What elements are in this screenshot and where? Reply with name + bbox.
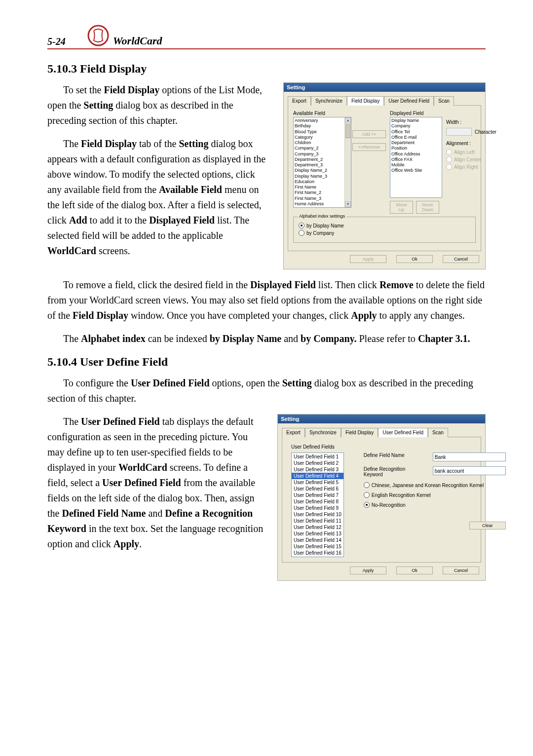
list-item[interactable]: Company_2 [295, 146, 350, 151]
list-item[interactable]: Company_3 [295, 151, 350, 157]
list-item[interactable]: Office FAX [391, 157, 441, 162]
ok-button[interactable]: Ok [396, 567, 433, 574]
list-item[interactable]: User Defined Field 10 [292, 511, 343, 518]
align-center-radio[interactable]: Align Center [446, 156, 496, 162]
tab-export[interactable]: Export [288, 96, 311, 106]
cancel-button[interactable]: Cancel [443, 567, 479, 574]
section-heading-user-define-field: 5.10.4 User Define Field [47, 355, 486, 369]
width-input[interactable] [446, 128, 472, 136]
body-para: To set the Field Display options of the … [47, 82, 270, 128]
scrollbar[interactable]: ▴ ▾ [344, 117, 351, 207]
align-left-radio[interactable]: Align Left [446, 149, 496, 155]
apply-button[interactable]: Apply [350, 255, 386, 263]
alphabet-index-groupbox: Alphabet index settings by Display Name … [293, 217, 476, 243]
brand-name: WorldCard [113, 35, 162, 47]
move-down-button[interactable]: Move Down [416, 201, 439, 214]
body-para: To configure the User Defined Field opti… [47, 376, 486, 406]
dialog-titlebar[interactable]: Setting [278, 415, 485, 423]
list-item[interactable]: Office Address [391, 151, 441, 157]
list-item[interactable]: Home Address_2 [295, 207, 350, 208]
remove-button[interactable]: <<Remove [352, 143, 386, 151]
list-item[interactable]: User Defined Field 9 [292, 505, 343, 511]
list-item[interactable]: User Defined Field 3 [292, 466, 343, 473]
list-item[interactable]: Birthday [295, 123, 350, 129]
list-item[interactable]: User Defined Field 8 [292, 498, 343, 505]
list-item[interactable]: First Name_2 [295, 190, 350, 195]
scroll-up-icon[interactable]: ▴ [345, 117, 351, 123]
alphabet-index-legend: Alphabet index settings [298, 214, 346, 219]
tab-field-display[interactable]: Field Display [347, 96, 384, 106]
list-item[interactable]: User Defined Field 6 [292, 486, 343, 492]
list-item[interactable]: User Defined Field 7 [292, 492, 343, 498]
list-item[interactable]: User Defined Field 1 [292, 454, 343, 460]
english-kernel-radio[interactable]: English Recognition Kernel [364, 492, 506, 498]
list-item[interactable]: Display Name [391, 118, 441, 123]
list-item[interactable]: Office Tel [391, 129, 441, 135]
list-item[interactable]: First Name [295, 185, 350, 190]
tab-user-defined-field[interactable]: User Defined Field [384, 96, 434, 106]
tab-synchronize[interactable]: Synchronize [305, 428, 341, 437]
list-item[interactable]: Children [295, 140, 350, 146]
list-item[interactable]: Company [391, 123, 441, 129]
tab-export[interactable]: Export [282, 428, 305, 437]
define-keyword-input[interactable]: bank account [433, 466, 506, 475]
list-item[interactable]: Display Name_3 [295, 174, 350, 179]
user-defined-fields-label: User Defined Fields [291, 444, 474, 450]
align-right-radio[interactable]: Align Right [446, 164, 496, 170]
list-item[interactable]: User Defined Field 2 [292, 460, 343, 466]
list-item[interactable]: User Defined Field 12 [292, 524, 343, 530]
by-company-radio[interactable]: by Company [299, 230, 470, 236]
apply-button[interactable]: Apply [350, 567, 386, 574]
displayed-field-label: Displayed Field [390, 111, 439, 116]
tab-field-display[interactable]: Field Display [341, 428, 378, 437]
dialog-titlebar[interactable]: Setting [284, 83, 485, 92]
section-heading-field-display: 5.10.3 Field Display [47, 62, 486, 76]
list-item[interactable]: User Defined Field 5 [292, 479, 343, 486]
list-item[interactable]: Display Name_2 [295, 168, 350, 173]
list-item[interactable]: Office E-mail [391, 135, 441, 140]
dialog-tabs: Export Synchronize Field Display User De… [288, 96, 481, 106]
available-field-list[interactable]: AnniversaryBirthdayBlood TypeCategoryChi… [293, 117, 351, 208]
by-display-name-radio[interactable]: by Display Name [299, 223, 470, 228]
cjk-kernel-radio[interactable]: Chinese, Japanese and Korean Recognition… [364, 482, 506, 488]
list-item[interactable]: Position [391, 146, 441, 151]
cancel-button[interactable]: Cancel [443, 255, 479, 263]
define-field-name-input[interactable]: Bank [433, 453, 506, 461]
list-item[interactable]: User Defined Field 13 [292, 530, 343, 537]
tab-synchronize[interactable]: Synchronize [311, 96, 347, 106]
scroll-thumb[interactable] [345, 124, 350, 138]
displayed-field-list[interactable]: Display NameCompanyOffice TelOffice E-ma… [390, 117, 442, 198]
list-item[interactable]: Mobile [391, 162, 441, 168]
list-item[interactable]: Category [295, 135, 350, 140]
width-label: Width : [446, 119, 496, 125]
list-item[interactable]: User Defined Field 4 [292, 473, 343, 479]
list-item[interactable]: User Defined Field 16 [292, 550, 343, 556]
list-item[interactable]: Anniversary [295, 118, 350, 123]
page-header: 5-24 WorldCard [47, 24, 486, 49]
tab-scan[interactable]: Scan [428, 428, 448, 437]
list-item[interactable]: User Defined Field 11 [292, 518, 343, 524]
list-item[interactable]: Department_2 [295, 157, 350, 162]
alignment-label: Alignment : [446, 141, 496, 146]
worldcard-logo-icon [86, 24, 110, 47]
user-defined-fields-list[interactable]: User Defined Field 1User Defined Field 2… [291, 453, 344, 557]
no-recognition-radio[interactable]: No-Recognition [364, 502, 506, 508]
list-item[interactable]: User Defined Field 15 [292, 543, 343, 550]
tab-scan[interactable]: Scan [434, 96, 454, 106]
setting-dialog-field-display: Setting Export Synchronize Field Display… [283, 82, 486, 269]
list-item[interactable]: Home Address [295, 201, 350, 207]
scroll-down-icon[interactable]: ▾ [345, 201, 351, 207]
list-item[interactable]: Office Web Site [391, 168, 441, 173]
ok-button[interactable]: Ok [396, 255, 433, 263]
tab-user-defined-field[interactable]: User Defined Field [378, 428, 428, 437]
move-up-button[interactable]: Move Up [390, 201, 413, 214]
list-item[interactable]: Department_3 [295, 162, 350, 168]
dialog-tabs: Export Synchronize Field Display User De… [282, 427, 481, 437]
list-item[interactable]: User Defined Field 14 [292, 537, 343, 543]
list-item[interactable]: Blood Type [295, 129, 350, 135]
list-item[interactable]: First Name_3 [295, 196, 350, 201]
clear-button[interactable]: Clear [469, 522, 506, 529]
list-item[interactable]: Department [391, 140, 441, 146]
add-button[interactable]: Add >> [352, 130, 386, 138]
list-item[interactable]: Education [295, 179, 350, 185]
